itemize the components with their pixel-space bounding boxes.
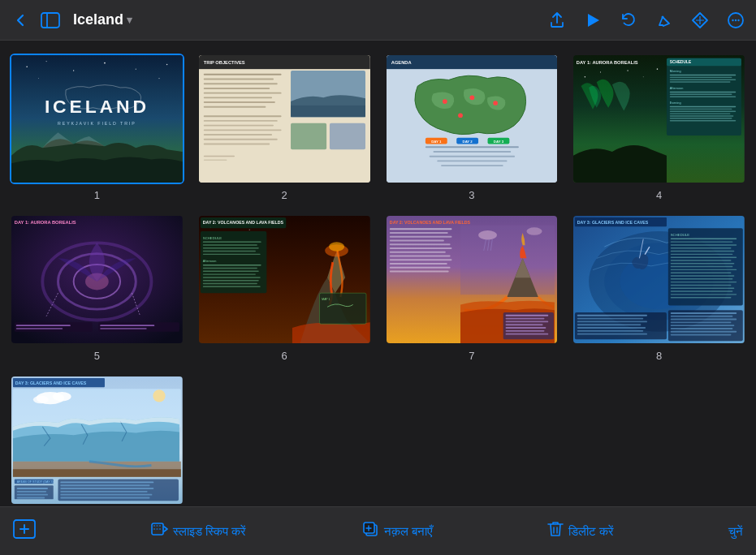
- back-button[interactable]: [10, 10, 31, 31]
- svg-rect-75: [670, 106, 736, 107]
- title-chevron-icon: ▾: [127, 14, 132, 26]
- svg-rect-32: [291, 123, 326, 149]
- sidebar-toggle-button[interactable]: [39, 11, 62, 30]
- select-label: चुनें: [728, 524, 743, 539]
- svg-rect-116: [203, 265, 261, 265]
- slide-thumb-9[interactable]: DAY 3: GLACIERS AND ICE CAVES: [10, 375, 184, 506]
- svg-rect-149: [505, 315, 548, 316]
- svg-rect-138: [389, 259, 451, 260]
- svg-rect-118: [203, 271, 259, 272]
- svg-rect-41: [203, 156, 234, 157]
- slide-thumb-1[interactable]: ICELAND REYKJAVIK FIELD TRIP: [10, 54, 184, 184]
- slide-item-1[interactable]: ICELAND REYKJAVIK FIELD TRIP 1: [10, 54, 184, 201]
- svg-text:DAY 2: DAY 2: [462, 140, 473, 144]
- svg-rect-187: [577, 318, 643, 320]
- svg-rect-38: [203, 134, 271, 136]
- svg-point-5: [732, 19, 733, 20]
- share-button[interactable]: [546, 10, 568, 31]
- svg-rect-24: [203, 83, 277, 84]
- presentation-title[interactable]: Iceland ▾: [73, 11, 132, 28]
- more-button[interactable]: [725, 10, 746, 31]
- svg-rect-174: [671, 269, 737, 270]
- slide-item-8[interactable]: DAY 3: GLACIERS AND ICE CAVES SCHEDULE: [572, 214, 746, 362]
- svg-rect-188: [577, 321, 647, 323]
- annotate-button[interactable]: [654, 10, 675, 31]
- svg-rect-119: [203, 273, 256, 274]
- duplicate-slide-button[interactable]: नक़ल बनाएँ: [361, 520, 433, 542]
- svg-point-144: [526, 227, 542, 235]
- svg-rect-135: [389, 247, 451, 249]
- top-bar: Iceland ▾: [0, 0, 756, 41]
- svg-rect-224: [17, 494, 48, 496]
- slide-thumb-3[interactable]: AGENDA: [385, 54, 559, 184]
- delete-slide-button[interactable]: डिलीट करें: [547, 520, 614, 542]
- svg-rect-39: [203, 139, 277, 140]
- slide-item-2[interactable]: TRIP OBJECTIVES: [197, 54, 372, 201]
- slide-item-9[interactable]: DAY 3: GLACIERS AND ICE CAVES: [10, 375, 184, 523]
- svg-rect-190: [577, 327, 646, 329]
- svg-point-16: [158, 78, 159, 79]
- tools-button[interactable]: [689, 10, 711, 31]
- slide-item-4[interactable]: SCHEDULE Morning Afternoon Evening: [572, 54, 746, 201]
- play-button[interactable]: [582, 10, 603, 31]
- svg-rect-194: [671, 312, 737, 314]
- svg-rect-171: [671, 260, 732, 260]
- skip-slide-icon: [150, 520, 168, 542]
- svg-rect-180: [671, 288, 735, 289]
- undo-button[interactable]: [618, 10, 639, 31]
- svg-rect-97: [16, 328, 63, 329]
- svg-point-46: [442, 99, 447, 104]
- svg-rect-170: [671, 257, 737, 258]
- slide-thumb-7[interactable]: DAY 2: VOLCANOES AND LAVA FIELDS: [385, 214, 559, 345]
- svg-rect-176: [671, 275, 735, 276]
- svg-rect-139: [389, 263, 447, 265]
- svg-rect-223: [17, 491, 46, 493]
- svg-rect-133: [389, 240, 443, 242]
- add-slide-button[interactable]: [13, 519, 36, 543]
- slide-item-7[interactable]: DAY 2: VOLCANOES AND LAVA FIELDS: [385, 214, 559, 362]
- slide-thumb-6[interactable]: DAY 2: VOLCANOES AND LAVA FIELDS SCHEDUL…: [197, 214, 372, 345]
- svg-rect-189: [577, 324, 642, 325]
- svg-text:SCHEDULE: SCHEDULE: [671, 233, 690, 237]
- svg-point-85: [628, 70, 629, 71]
- svg-rect-167: [671, 247, 732, 248]
- svg-rect-68: [670, 80, 736, 80]
- svg-text:SCHEDULE: SCHEDULE: [203, 236, 222, 240]
- svg-rect-76: [670, 109, 732, 110]
- svg-rect-42: [203, 160, 227, 161]
- slide-item-6[interactable]: DAY 2: VOLCANOES AND LAVA FIELDS SCHEDUL…: [197, 214, 372, 362]
- slide-thumb-8[interactable]: DAY 3: GLACIERS AND ICE CAVES SCHEDULE: [572, 214, 746, 345]
- svg-rect-94: [15, 322, 93, 331]
- svg-rect-165: [671, 241, 733, 242]
- svg-rect-152: [505, 324, 542, 325]
- select-button[interactable]: चुनें: [728, 524, 743, 539]
- svg-point-143: [478, 230, 497, 239]
- svg-rect-99: [100, 328, 146, 329]
- svg-point-12: [104, 62, 106, 64]
- svg-rect-172: [671, 263, 735, 264]
- svg-text:AREAS OF STUDY (DAY 3): AREAS OF STUDY (DAY 3): [17, 480, 54, 484]
- svg-rect-201: [671, 334, 732, 336]
- slide-item-5[interactable]: DAY 1: AURORA BOREALIS 5: [10, 214, 184, 362]
- slide-thumb-2[interactable]: TRIP OBJECTIVES: [197, 54, 372, 184]
- svg-rect-110: [203, 241, 261, 242]
- svg-rect-132: [389, 236, 451, 238]
- svg-rect-140: [389, 267, 450, 269]
- svg-rect-114: [203, 254, 261, 255]
- svg-rect-34: [203, 115, 281, 117]
- slide-item-3[interactable]: AGENDA: [385, 54, 559, 201]
- svg-rect-123: [203, 286, 261, 287]
- svg-point-6: [735, 19, 737, 20]
- svg-point-10: [46, 61, 47, 62]
- svg-point-7: [737, 19, 739, 20]
- svg-text:DAY 1: DAY 1: [431, 140, 442, 144]
- slide-thumb-5[interactable]: DAY 1: AURORA BOREALIS: [10, 214, 184, 345]
- svg-rect-40: [203, 144, 269, 145]
- svg-rect-186: [577, 315, 647, 316]
- svg-rect-73: [670, 96, 736, 97]
- svg-text:TRIP OBJECTIVES: TRIP OBJECTIVES: [203, 60, 244, 65]
- svg-rect-96: [16, 325, 71, 326]
- slide-thumb-4[interactable]: SCHEDULE Morning Afternoon Evening: [572, 54, 746, 184]
- svg-point-86: [643, 76, 644, 77]
- skip-slide-button[interactable]: स्लाइड स्किप करें: [150, 520, 246, 542]
